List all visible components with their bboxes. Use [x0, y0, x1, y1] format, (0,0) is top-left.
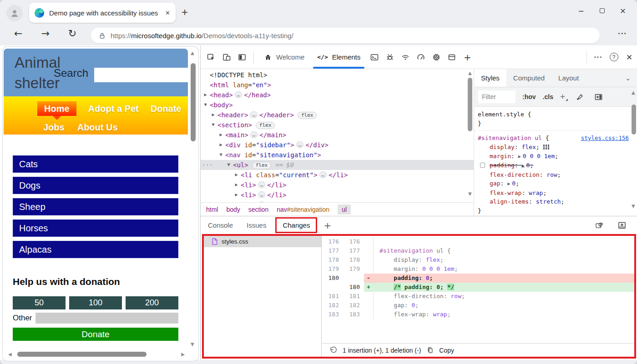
row-overflow-icon[interactable]: ···: [202, 160, 213, 170]
reload-required-icon[interactable]: [592, 218, 607, 233]
scroll-down-icon[interactable]: ▼: [468, 191, 472, 196]
style-property-gap[interactable]: gap: ▶0;: [478, 179, 631, 189]
other-amount-input[interactable]: [35, 313, 178, 324]
network-button[interactable]: [398, 50, 413, 65]
nav-link-adopt-a-pet[interactable]: Adopt a Pet: [88, 101, 139, 116]
scroll-up-icon[interactable]: ▲: [191, 50, 194, 55]
devtools-close-button[interactable]: ✕: [622, 50, 637, 65]
tree-toggle-icon[interactable]: ▶: [233, 170, 239, 180]
tree-toggle-icon[interactable]: ▶: [210, 110, 216, 120]
donate-button[interactable]: Donate: [13, 328, 178, 341]
dom-tree-row[interactable]: ▶<div id="sidebar">…</div>: [201, 140, 474, 150]
amount-button-50[interactable]: 50: [13, 296, 66, 309]
dom-tree-row[interactable]: ▶<head>…</head>: [201, 90, 474, 100]
sidebar-chevron-icon[interactable]: ⌄: [625, 69, 631, 87]
devtools-menu-button[interactable]: ···: [591, 50, 606, 65]
page-horizontal-scrollbar[interactable]: ◀ ▶: [5, 349, 186, 359]
tree-toggle-icon[interactable]: ▼: [226, 160, 232, 170]
back-button[interactable]: ←: [10, 28, 26, 39]
performance-button[interactable]: [413, 50, 429, 65]
tree-toggle-icon[interactable]: ▼: [210, 120, 216, 130]
styles-filter-input[interactable]: [478, 90, 516, 103]
breadcrumb-body[interactable]: body: [226, 206, 240, 213]
breadcrumb-nav[interactable]: nav#sitenavigation: [277, 206, 329, 213]
address-bar[interactable]: https://microsoftedge.github.io/Demos/de…: [91, 28, 600, 43]
dom-tree-row[interactable]: ▼<body>: [201, 100, 474, 110]
style-property-display[interactable]: display: flex;: [478, 143, 631, 152]
scroll-thumb[interactable]: [632, 105, 636, 135]
styles-tab-styles[interactable]: Styles: [474, 69, 506, 87]
collapsed-content-icon[interactable]: …: [258, 181, 266, 188]
tree-toggle-icon[interactable]: ▶: [218, 140, 224, 150]
sidebar-button-dogs[interactable]: Dogs: [13, 177, 178, 194]
minimize-button[interactable]: −: [571, 7, 592, 15]
amount-button-200[interactable]: 200: [126, 296, 178, 309]
stylesheet-source-link[interactable]: styles.css:156: [581, 134, 629, 143]
tree-toggle-icon[interactable]: ▼: [202, 100, 208, 110]
debug-bug-button[interactable]: [382, 50, 398, 65]
property-checkbox[interactable]: [480, 163, 485, 168]
collapsed-content-icon[interactable]: …: [296, 141, 304, 148]
search-input[interactable]: [94, 68, 188, 82]
dom-tree-row[interactable]: ···▼<ul>flex==$0: [201, 160, 474, 170]
dock-side-button[interactable]: [234, 50, 250, 65]
tree-toggle-icon[interactable]: ▼: [218, 150, 224, 160]
copy-icon[interactable]: [425, 345, 435, 355]
style-property-margin[interactable]: margin: ▶0 0 0 1em;: [478, 152, 631, 161]
dom-tree-row[interactable]: <html lang="en">: [201, 80, 474, 90]
copy-button[interactable]: Copy: [439, 347, 454, 354]
forward-button[interactable]: →: [37, 28, 54, 39]
collapsed-content-icon[interactable]: …: [319, 171, 327, 178]
flex-badge[interactable]: flex: [252, 162, 272, 169]
sidebar-button-alpacas[interactable]: Alpacas: [13, 241, 178, 258]
more-tools-button[interactable]: +: [460, 50, 475, 65]
sidebar-button-cats[interactable]: Cats: [13, 155, 178, 173]
dom-tree-row[interactable]: ▶<li>…</li>: [201, 190, 474, 200]
collapsed-content-icon[interactable]: …: [250, 111, 258, 118]
device-emulation-button[interactable]: [219, 50, 234, 65]
help-button[interactable]: ?: [606, 50, 622, 65]
nav-link-donate[interactable]: Donate: [151, 101, 182, 116]
tree-toggle-icon[interactable]: ▶: [233, 180, 239, 190]
expand-value-icon[interactable]: ▶: [521, 164, 524, 168]
nav-link-about-us[interactable]: About Us: [77, 120, 118, 135]
dom-tree-row[interactable]: <!DOCTYPE html>: [201, 70, 474, 80]
style-property-flex-direction[interactable]: flex-direction: row;: [478, 170, 631, 180]
breadcrumb-html[interactable]: html: [206, 206, 218, 213]
collapsed-content-icon[interactable]: …: [258, 191, 266, 198]
dom-tree-row[interactable]: ▶<main>…</main>: [201, 130, 474, 140]
application-button[interactable]: [444, 50, 460, 65]
flex-badge[interactable]: flex: [298, 112, 317, 119]
styles-tab-layout[interactable]: Layout: [551, 69, 586, 87]
collapsed-content-icon[interactable]: …: [235, 91, 243, 98]
rendering-brush-icon[interactable]: [575, 89, 586, 105]
scroll-thumb[interactable]: [17, 352, 147, 357]
sitenavigation-ul-rule[interactable]: #sitenavigation ul { styles.css:156 disp…: [474, 131, 631, 216]
breadcrumb-section[interactable]: section: [248, 206, 268, 213]
drawer-new-tab-button[interactable]: +: [324, 220, 331, 231]
element-style-rule[interactable]: element.style { }: [474, 107, 631, 131]
nav-link-jobs[interactable]: Jobs: [43, 120, 65, 135]
inspect-element-button[interactable]: [203, 50, 219, 65]
scroll-right-icon[interactable]: ▶: [181, 352, 185, 357]
style-property-flex-wrap[interactable]: flex-wrap: wrap;: [478, 189, 631, 198]
new-tab-button[interactable]: +: [182, 6, 188, 19]
scroll-up-icon[interactable]: ▲: [468, 70, 472, 75]
pseudo-state-toggle[interactable]: :hov: [522, 93, 536, 100]
tab-elements[interactable]: </> Elements: [311, 45, 367, 69]
scroll-thumb[interactable]: [468, 78, 472, 131]
browser-tab[interactable]: Demo page with accessibility issues ✕: [29, 3, 176, 23]
style-property-padding[interactable]: padding: ▶0;: [478, 161, 631, 170]
tree-toggle-icon[interactable]: ▶: [218, 130, 224, 140]
styles-scrollbar[interactable]: ▲ ▼: [631, 88, 637, 216]
flex-badge[interactable]: flex: [256, 122, 275, 129]
changes-file-styles-css[interactable]: styles.css: [204, 236, 321, 247]
expand-value-icon[interactable]: ▶: [507, 182, 510, 186]
page-vertical-scrollbar[interactable]: ▲ ▼: [188, 49, 197, 349]
tab-close-icon[interactable]: ✕: [165, 10, 170, 16]
sidebar-button-horses[interactable]: Horses: [13, 219, 178, 237]
new-style-rule-button[interactable]: +: [560, 92, 568, 102]
revert-changes-button[interactable]: [327, 344, 339, 356]
expand-drawer-button[interactable]: [614, 218, 630, 233]
sidebar-button-sheep[interactable]: Sheep: [13, 198, 178, 215]
